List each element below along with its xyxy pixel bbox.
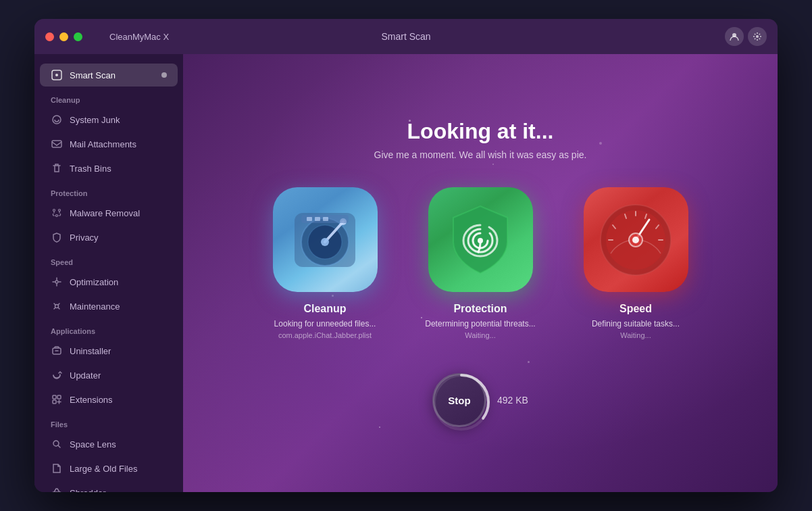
sidebar: Smart Scan Cleanup System Junk <box>34 54 183 492</box>
space-lens-label: Space Lens <box>70 439 116 449</box>
svg-point-9 <box>55 281 58 283</box>
active-indicator <box>161 72 167 78</box>
svg-point-6 <box>53 210 55 212</box>
privacy-label: Privacy <box>70 233 99 243</box>
cleanup-card-title: Cleanup <box>303 303 346 315</box>
page-title: Smart Scan <box>381 31 430 42</box>
svg-rect-14 <box>53 400 56 404</box>
cleanup-card: Cleanup Looking for unneeded files... co… <box>257 187 392 339</box>
sidebar-section-files: Files <box>34 412 183 431</box>
protection-card-status: Waiting... <box>465 331 495 339</box>
sidebar-item-updater[interactable]: Updater <box>40 364 178 387</box>
sidebar-item-trash-bins[interactable]: Trash Bins <box>40 157 178 180</box>
sidebar-item-maintenance[interactable]: Maintenance <box>40 295 178 318</box>
stop-area: Stop 492 KB <box>432 373 528 427</box>
speed-card-status: Waiting... <box>620 331 651 339</box>
protection-card: Protection Determining potential threats… <box>413 187 548 339</box>
sidebar-item-system-junk[interactable]: System Junk <box>40 108 178 131</box>
mail-attachments-label: Mail Attachments <box>70 139 136 149</box>
malware-icon <box>51 207 63 219</box>
sidebar-item-uninstaller[interactable]: Uninstaller <box>40 339 178 362</box>
svg-point-4 <box>53 116 61 124</box>
shredder-icon <box>51 487 63 492</box>
sidebar-item-space-lens[interactable]: Space Lens <box>40 433 178 456</box>
large-files-icon <box>51 462 63 474</box>
main-window: CleanMyMac X Smart Scan <box>34 19 778 492</box>
large-old-files-label: Large & Old Files <box>70 464 137 474</box>
sidebar-item-malware-removal[interactable]: Malware Removal <box>40 201 178 224</box>
speed-card-icon <box>584 187 688 292</box>
protection-card-title: Protection <box>453 303 507 315</box>
speed-card-title: Speed <box>619 303 652 315</box>
privacy-icon <box>51 231 63 243</box>
system-junk-icon <box>51 114 63 126</box>
uninstaller-label: Uninstaller <box>70 346 111 356</box>
optimization-icon <box>51 276 63 288</box>
traffic-lights <box>45 32 82 41</box>
cleanup-card-desc: Looking for unneeded files... <box>274 319 376 328</box>
protection-card-desc: Determining potential threats... <box>425 319 535 328</box>
main-heading: Looking at it... <box>374 119 587 144</box>
sidebar-item-extensions[interactable]: Extensions <box>40 388 178 411</box>
speed-card: Speed Defining suitable tasks... Waiting… <box>568 187 703 339</box>
malware-removal-label: Malware Removal <box>70 208 140 218</box>
sidebar-item-privacy[interactable]: Privacy <box>40 226 178 249</box>
svg-point-10 <box>55 305 59 308</box>
uninstaller-icon <box>51 345 63 357</box>
cards-row: Cleanup Looking for unneeded files... co… <box>257 187 703 339</box>
main-subheading: Give me a moment. We all wish it was eas… <box>374 149 587 160</box>
close-button[interactable] <box>45 32 54 41</box>
svg-rect-24 <box>307 217 312 221</box>
stop-size-label: 492 KB <box>497 395 528 406</box>
svg-point-1 <box>756 35 759 38</box>
account-button[interactable] <box>725 27 744 46</box>
trash-icon <box>51 162 63 174</box>
cleanup-card-status: com.apple.iChat.Jabber.plist <box>278 331 372 339</box>
mail-icon <box>51 138 63 150</box>
maintenance-icon <box>51 300 63 312</box>
sidebar-item-smart-scan[interactable]: Smart Scan <box>40 64 178 87</box>
trash-bins-label: Trash Bins <box>70 164 111 174</box>
updater-label: Updater <box>70 370 101 381</box>
svg-point-3 <box>55 74 58 76</box>
svg-rect-13 <box>57 395 61 399</box>
cleanup-card-icon <box>273 187 378 292</box>
svg-rect-5 <box>52 141 61 147</box>
svg-point-39 <box>632 237 639 243</box>
maintenance-label: Maintenance <box>70 301 120 312</box>
svg-point-8 <box>56 215 58 217</box>
main-panel: Looking at it... Give me a moment. We al… <box>183 54 778 492</box>
titlebar-actions <box>725 27 767 46</box>
svg-point-22 <box>321 238 329 246</box>
space-lens-icon <box>51 438 63 450</box>
sidebar-section-speed: Speed <box>34 250 183 269</box>
svg-point-7 <box>59 210 61 212</box>
app-name-label: CleanMyMac X <box>109 32 169 42</box>
extensions-label: Extensions <box>70 395 113 405</box>
sidebar-item-optimization[interactable]: Optimization <box>40 270 178 293</box>
header-section: Looking at it... Give me a moment. We al… <box>374 119 587 160</box>
shredder-label: Shredder <box>70 488 105 493</box>
sidebar-item-mail-attachments[interactable]: Mail Attachments <box>40 132 178 155</box>
main-content: Smart Scan Cleanup System Junk <box>34 54 778 492</box>
system-junk-label: System Junk <box>70 115 120 125</box>
svg-rect-26 <box>323 217 328 221</box>
sidebar-item-shredder[interactable]: Shredder <box>40 481 178 492</box>
minimize-button[interactable] <box>59 32 68 41</box>
smart-scan-icon <box>51 69 63 81</box>
speed-card-desc: Defining suitable tasks... <box>592 319 680 328</box>
optimization-label: Optimization <box>70 277 118 287</box>
sidebar-item-large-old-files[interactable]: Large & Old Files <box>40 457 178 480</box>
smart-scan-label: Smart Scan <box>70 70 116 80</box>
updater-icon <box>51 369 63 381</box>
fullscreen-button[interactable] <box>74 32 82 41</box>
sidebar-section-protection: Protection <box>34 181 183 200</box>
sidebar-section-applications: Applications <box>34 319 183 338</box>
svg-rect-12 <box>53 395 56 399</box>
titlebar: CleanMyMac X Smart Scan <box>34 19 778 54</box>
sidebar-section-cleanup: Cleanup <box>34 88 183 107</box>
extensions-icon <box>51 393 63 406</box>
stop-button[interactable]: Stop <box>432 373 486 427</box>
settings-button[interactable] <box>748 27 767 46</box>
protection-card-icon <box>428 187 533 292</box>
